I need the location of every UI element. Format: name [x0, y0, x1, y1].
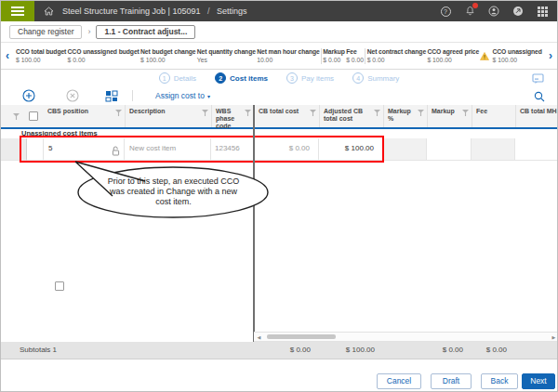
delete-cost-item-icon[interactable] [66, 89, 79, 106]
kpi-bar: ‹ CCO total budget $ 100.00 CCO unassign… [1, 43, 557, 70]
row-checkbox[interactable] [55, 281, 64, 291]
kpi-label: Fee [346, 48, 364, 55]
filter-icon[interactable] [115, 110, 122, 116]
frozen-pane-divider[interactable] [253, 105, 255, 359]
filter-icon[interactable] [310, 110, 316, 116]
cell-markup-pct[interactable] [383, 138, 427, 161]
kpi-label: CCO unassigned budget [68, 48, 140, 55]
breadcrumb-separator-icon: › [87, 27, 90, 36]
kpi-value: 10.00 [257, 57, 320, 63]
kpi-cco-unassigned: CCO unassigned $ 100.00 [480, 47, 541, 64]
kpi-list: CCO total budget $ 100.00 CCO unassigned… [14, 47, 544, 64]
subtotal-cb-total-cost: $ 0.00 [254, 342, 319, 359]
launch-icon[interactable] [512, 5, 525, 18]
filter-icon[interactable] [245, 110, 251, 116]
filter-icon[interactable] [462, 110, 469, 116]
filter-icon[interactable] [13, 113, 20, 120]
home-icon[interactable] [42, 5, 55, 18]
step-label: Details [174, 74, 196, 83]
header-cb-total-cost[interactable]: CB total cost [254, 105, 319, 127]
callout-line: cost item. [89, 197, 258, 207]
cell-markup[interactable] [427, 138, 472, 161]
kpi-label: CCO agreed price [427, 48, 479, 55]
cell-cb-total-mhrs[interactable] [515, 138, 558, 161]
kpi-label: Net quantity change [197, 48, 256, 55]
step-pay-items[interactable]: 3 Pay items [286, 72, 334, 84]
subtotal-adjusted-cb-total-cost: $ 100.00 [319, 342, 383, 359]
step-number: 4 [352, 72, 364, 84]
kpi-label: Net contract change [367, 48, 426, 55]
header-wbs-phase-code[interactable]: WBS phase code [211, 105, 254, 127]
header-cb-total-mhrs[interactable]: CB total MHrs [515, 105, 558, 127]
select-all-checkbox[interactable] [29, 111, 38, 121]
user-icon[interactable] [487, 5, 500, 18]
window-title: Steel Structure Training Job | 105091 / … [62, 7, 247, 16]
grid-toolbar: Assign cost to▾ [1, 87, 557, 105]
step-cost-items[interactable]: 2 Cost items [215, 72, 268, 84]
step-number: 2 [215, 72, 226, 84]
project-title: Steel Structure Training Job | 105091 [62, 7, 200, 16]
cell-cbs-position[interactable]: 5 [44, 138, 125, 161]
add-cost-item-icon[interactable] [22, 89, 35, 106]
step-details[interactable]: 1 Details [159, 72, 196, 84]
assign-cost-to-dropdown[interactable]: Assign cost to▾ [155, 91, 210, 100]
subtotal-fee: $ 0.00 [472, 342, 515, 359]
step-label: Summary [367, 74, 399, 83]
kpi-label: Net man hour change [257, 48, 320, 55]
help-icon[interactable]: ? [439, 5, 452, 18]
filter-icon[interactable] [418, 110, 424, 116]
kpi-next-icon[interactable]: › [544, 49, 557, 62]
back-button[interactable]: Back [481, 373, 518, 389]
header-markup[interactable]: Markup [427, 105, 472, 127]
draft-button[interactable]: Draft [431, 373, 472, 389]
scrollbar-thumb[interactable] [267, 334, 336, 339]
kpi-markup: Markup $ 0.00 [323, 48, 345, 63]
notifications-icon[interactable] [463, 5, 476, 18]
kpi-label: Net budget change [140, 48, 195, 55]
kpi-value: $ 100.00 [427, 57, 479, 63]
horizontal-scrollbar[interactable]: ◀ ▶ [254, 332, 558, 342]
step-summary[interactable]: 4 Summary [352, 72, 399, 84]
scroll-left-icon[interactable]: ◀ [254, 334, 264, 340]
step-number: 3 [286, 72, 298, 84]
column-setup-icon[interactable] [105, 89, 119, 106]
header-fee[interactable]: Fee [472, 105, 515, 127]
header-description[interactable]: Description [125, 105, 211, 127]
cell-cb-total-cost[interactable]: $ 0.00 [254, 138, 319, 161]
breadcrumb: Change register › 1.1 - Contract adjust.… [1, 21, 557, 43]
tab-change-register[interactable]: Change register [9, 25, 82, 39]
scroll-right-icon[interactable]: ▶ [549, 334, 558, 340]
kpi-value: $ 0.00 [346, 57, 364, 63]
next-button[interactable]: Next [522, 373, 555, 389]
cell-wbs-phase-code[interactable]: 123456 [211, 138, 254, 161]
apps-grid-icon[interactable] [536, 5, 549, 18]
filter-icon[interactable] [374, 110, 380, 116]
tab-contract-adjustment[interactable]: 1.1 - Contract adjust... [96, 25, 195, 39]
chevron-down-icon: ▾ [207, 94, 210, 99]
kpi-value: $ 100.00 [492, 57, 541, 63]
subtotals-label: Subtotals 1 [20, 342, 57, 359]
title-separator: / [207, 7, 210, 16]
kpi-net-budget-change: Net budget change $ 100.00 [140, 48, 195, 63]
cell-fee[interactable] [472, 138, 515, 161]
group-row-unassigned[interactable]: Unassigned cost items [1, 129, 558, 138]
step-number: 1 [159, 72, 170, 84]
filter-icon[interactable] [202, 110, 208, 116]
kpi-value: $ 0.00 [68, 57, 140, 63]
app-window: Steel Structure Training Job | 105091 / … [0, 0, 558, 392]
menu-icon[interactable] [1, 1, 34, 21]
kpi-value: $ 100.00 [140, 57, 195, 63]
kpi-cco-unassigned-budget: CCO unassigned budget $ 0.00 [68, 48, 140, 63]
cell-adjusted-cb-total-cost[interactable]: $ 100.00 [319, 138, 383, 161]
header-adjusted-cb-total-cost[interactable]: Adjusted CB total cost [319, 105, 383, 127]
header-markup-pct[interactable]: Markup % [383, 105, 427, 127]
cell-description[interactable]: New cost item [125, 138, 211, 161]
comments-icon[interactable] [532, 72, 544, 88]
kpi-divider [321, 48, 322, 64]
kpi-fee: Fee $ 0.00 [346, 48, 364, 63]
search-icon[interactable] [534, 89, 545, 106]
kpi-prev-icon[interactable]: ‹ [1, 49, 14, 62]
table-header: CBS position Description WBS phase code … [1, 105, 558, 129]
cancel-button[interactable]: Cancel [377, 373, 421, 389]
header-cbs-position[interactable]: CBS position [44, 105, 125, 127]
